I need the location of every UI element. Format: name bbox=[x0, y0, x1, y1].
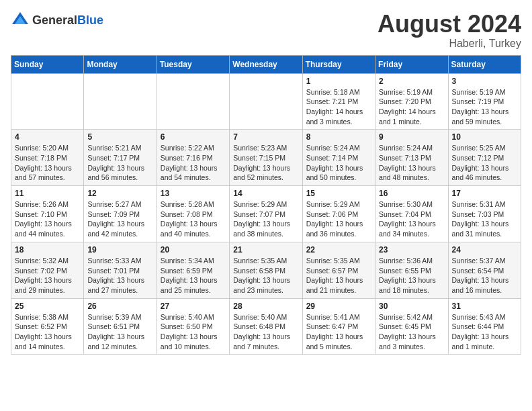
day-info: Sunrise: 5:35 AM Sunset: 6:57 PM Dayligh… bbox=[306, 256, 371, 295]
day-number: 4 bbox=[15, 132, 80, 142]
calendar-cell: 11Sunrise: 5:26 AM Sunset: 7:10 PM Dayli… bbox=[11, 186, 84, 242]
day-number: 8 bbox=[306, 132, 371, 142]
calendar-cell: 8Sunrise: 5:24 AM Sunset: 7:14 PM Daylig… bbox=[302, 130, 375, 186]
logo-icon bbox=[11, 11, 30, 30]
calendar-cell: 29Sunrise: 5:41 AM Sunset: 6:47 PM Dayli… bbox=[302, 298, 375, 355]
day-info: Sunrise: 5:26 AM Sunset: 7:10 PM Dayligh… bbox=[15, 199, 80, 239]
calendar-cell: 14Sunrise: 5:29 AM Sunset: 7:07 PM Dayli… bbox=[230, 186, 302, 242]
day-number: 31 bbox=[452, 302, 517, 311]
day-info: Sunrise: 5:43 AM Sunset: 6:44 PM Dayligh… bbox=[452, 312, 517, 352]
day-info: Sunrise: 5:32 AM Sunset: 7:02 PM Dayligh… bbox=[15, 256, 80, 295]
weekday-header-saturday: Saturday bbox=[448, 55, 521, 73]
calendar-cell: 31Sunrise: 5:43 AM Sunset: 6:44 PM Dayli… bbox=[448, 298, 521, 355]
calendar-cell: 4Sunrise: 5:20 AM Sunset: 7:18 PM Daylig… bbox=[11, 130, 84, 186]
calendar-week-row: 18Sunrise: 5:32 AM Sunset: 7:02 PM Dayli… bbox=[11, 242, 521, 298]
calendar-cell: 17Sunrise: 5:31 AM Sunset: 7:03 PM Dayli… bbox=[448, 186, 521, 242]
day-number: 28 bbox=[233, 302, 298, 311]
calendar-cell: 27Sunrise: 5:40 AM Sunset: 6:50 PM Dayli… bbox=[157, 298, 229, 355]
day-number: 11 bbox=[15, 189, 80, 198]
day-number: 23 bbox=[379, 245, 444, 255]
day-info: Sunrise: 5:39 AM Sunset: 6:51 PM Dayligh… bbox=[87, 312, 152, 352]
day-info: Sunrise: 5:24 AM Sunset: 7:14 PM Dayligh… bbox=[306, 143, 371, 183]
weekday-header-friday: Friday bbox=[375, 55, 448, 73]
location-subtitle: Haberli, Turkey bbox=[378, 38, 521, 50]
day-info: Sunrise: 5:40 AM Sunset: 6:50 PM Dayligh… bbox=[161, 312, 226, 352]
day-info: Sunrise: 5:23 AM Sunset: 7:15 PM Dayligh… bbox=[233, 143, 298, 183]
day-number: 21 bbox=[233, 245, 298, 255]
day-info: Sunrise: 5:31 AM Sunset: 7:03 PM Dayligh… bbox=[452, 199, 517, 239]
day-info: Sunrise: 5:19 AM Sunset: 7:19 PM Dayligh… bbox=[452, 87, 517, 127]
day-info: Sunrise: 5:20 AM Sunset: 7:18 PM Dayligh… bbox=[15, 143, 80, 183]
day-info: Sunrise: 5:21 AM Sunset: 7:17 PM Dayligh… bbox=[87, 143, 152, 183]
calendar-table: SundayMondayTuesdayWednesdayThursdayFrid… bbox=[11, 55, 521, 355]
calendar-week-row: 1Sunrise: 5:18 AM Sunset: 7:21 PM Daylig… bbox=[11, 73, 521, 130]
calendar-cell: 26Sunrise: 5:39 AM Sunset: 6:51 PM Dayli… bbox=[84, 298, 157, 355]
day-info: Sunrise: 5:33 AM Sunset: 7:01 PM Dayligh… bbox=[87, 256, 152, 295]
calendar-cell: 6Sunrise: 5:22 AM Sunset: 7:16 PM Daylig… bbox=[157, 130, 229, 186]
day-number: 15 bbox=[306, 189, 371, 198]
weekday-header-row: SundayMondayTuesdayWednesdayThursdayFrid… bbox=[11, 55, 521, 73]
day-info: Sunrise: 5:27 AM Sunset: 7:09 PM Dayligh… bbox=[87, 199, 152, 239]
day-info: Sunrise: 5:28 AM Sunset: 7:08 PM Dayligh… bbox=[161, 199, 226, 239]
calendar-cell: 13Sunrise: 5:28 AM Sunset: 7:08 PM Dayli… bbox=[157, 186, 229, 242]
day-number: 16 bbox=[379, 189, 444, 198]
weekday-header-monday: Monday bbox=[84, 55, 157, 73]
day-number: 13 bbox=[161, 189, 226, 198]
calendar-cell bbox=[84, 73, 157, 130]
day-number: 30 bbox=[379, 302, 444, 311]
calendar-cell: 25Sunrise: 5:38 AM Sunset: 6:52 PM Dayli… bbox=[11, 298, 84, 355]
day-number: 10 bbox=[452, 132, 517, 142]
day-info: Sunrise: 5:38 AM Sunset: 6:52 PM Dayligh… bbox=[15, 312, 80, 352]
day-number: 1 bbox=[306, 77, 371, 86]
calendar-cell: 20Sunrise: 5:34 AM Sunset: 6:59 PM Dayli… bbox=[157, 242, 229, 298]
day-info: Sunrise: 5:19 AM Sunset: 7:20 PM Dayligh… bbox=[379, 87, 444, 127]
day-info: Sunrise: 5:41 AM Sunset: 6:47 PM Dayligh… bbox=[306, 312, 371, 352]
day-number: 7 bbox=[233, 132, 298, 142]
day-info: Sunrise: 5:35 AM Sunset: 6:58 PM Dayligh… bbox=[233, 256, 298, 295]
calendar-cell bbox=[11, 73, 84, 130]
logo: GeneralBlue bbox=[11, 11, 103, 30]
calendar-cell: 23Sunrise: 5:36 AM Sunset: 6:55 PM Dayli… bbox=[375, 242, 448, 298]
day-number: 14 bbox=[233, 189, 298, 198]
calendar-cell: 7Sunrise: 5:23 AM Sunset: 7:15 PM Daylig… bbox=[230, 130, 302, 186]
calendar-week-row: 11Sunrise: 5:26 AM Sunset: 7:10 PM Dayli… bbox=[11, 186, 521, 242]
calendar-cell: 10Sunrise: 5:25 AM Sunset: 7:12 PM Dayli… bbox=[448, 130, 521, 186]
day-number: 24 bbox=[452, 245, 517, 255]
day-info: Sunrise: 5:30 AM Sunset: 7:04 PM Dayligh… bbox=[379, 199, 444, 239]
calendar-cell: 16Sunrise: 5:30 AM Sunset: 7:04 PM Dayli… bbox=[375, 186, 448, 242]
weekday-header-sunday: Sunday bbox=[11, 55, 84, 73]
calendar-cell: 12Sunrise: 5:27 AM Sunset: 7:09 PM Dayli… bbox=[84, 186, 157, 242]
logo-text-general: General bbox=[32, 13, 77, 27]
calendar-week-row: 4Sunrise: 5:20 AM Sunset: 7:18 PM Daylig… bbox=[11, 130, 521, 186]
calendar-cell: 2Sunrise: 5:19 AM Sunset: 7:20 PM Daylig… bbox=[375, 73, 448, 130]
logo-text-blue: Blue bbox=[77, 13, 103, 27]
calendar-cell bbox=[157, 73, 229, 130]
day-info: Sunrise: 5:40 AM Sunset: 6:48 PM Dayligh… bbox=[233, 312, 298, 352]
day-info: Sunrise: 5:42 AM Sunset: 6:45 PM Dayligh… bbox=[379, 312, 444, 352]
day-info: Sunrise: 5:29 AM Sunset: 7:06 PM Dayligh… bbox=[306, 199, 371, 239]
day-info: Sunrise: 5:18 AM Sunset: 7:21 PM Dayligh… bbox=[306, 87, 371, 127]
day-number: 29 bbox=[306, 302, 371, 311]
day-info: Sunrise: 5:37 AM Sunset: 6:54 PM Dayligh… bbox=[452, 256, 517, 295]
calendar-cell: 18Sunrise: 5:32 AM Sunset: 7:02 PM Dayli… bbox=[11, 242, 84, 298]
day-number: 2 bbox=[379, 77, 444, 86]
calendar-cell: 1Sunrise: 5:18 AM Sunset: 7:21 PM Daylig… bbox=[302, 73, 375, 130]
day-number: 12 bbox=[87, 189, 152, 198]
day-number: 18 bbox=[15, 245, 80, 255]
calendar-cell: 30Sunrise: 5:42 AM Sunset: 6:45 PM Dayli… bbox=[375, 298, 448, 355]
day-number: 9 bbox=[379, 132, 444, 142]
calendar-cell: 24Sunrise: 5:37 AM Sunset: 6:54 PM Dayli… bbox=[448, 242, 521, 298]
day-info: Sunrise: 5:34 AM Sunset: 6:59 PM Dayligh… bbox=[161, 256, 226, 295]
day-number: 20 bbox=[161, 245, 226, 255]
weekday-header-wednesday: Wednesday bbox=[230, 55, 302, 73]
day-number: 19 bbox=[87, 245, 152, 255]
day-number: 27 bbox=[161, 302, 226, 311]
day-number: 3 bbox=[452, 77, 517, 86]
calendar-cell: 22Sunrise: 5:35 AM Sunset: 6:57 PM Dayli… bbox=[302, 242, 375, 298]
day-info: Sunrise: 5:22 AM Sunset: 7:16 PM Dayligh… bbox=[161, 143, 226, 183]
day-info: Sunrise: 5:29 AM Sunset: 7:07 PM Dayligh… bbox=[233, 199, 298, 239]
title-block: August 2024 Haberli, Turkey bbox=[378, 11, 521, 50]
calendar-cell: 9Sunrise: 5:24 AM Sunset: 7:13 PM Daylig… bbox=[375, 130, 448, 186]
calendar-cell bbox=[230, 73, 302, 130]
day-number: 22 bbox=[306, 245, 371, 255]
